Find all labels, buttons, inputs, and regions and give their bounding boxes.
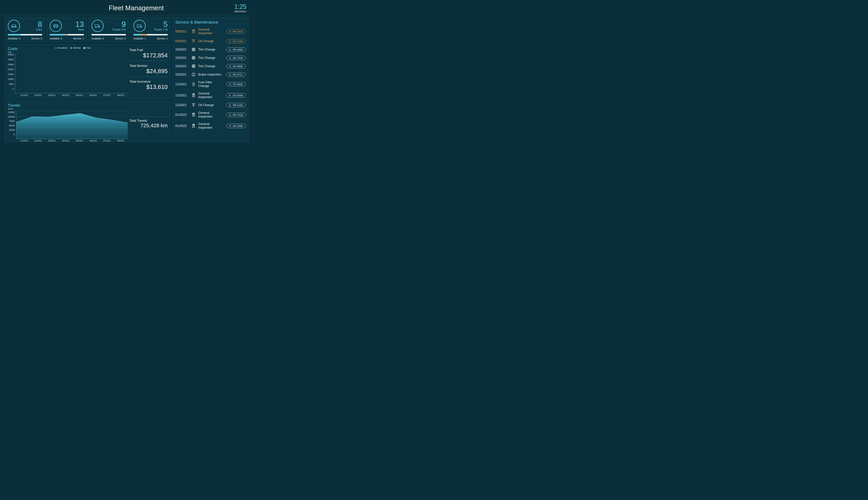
service-label: Tire Change — [198, 65, 224, 68]
service-label: Service: 0 — [31, 37, 42, 40]
service-row[interactable]: 01/2022General InspectionS : AK 5050 — [175, 122, 245, 129]
svg-line-33 — [192, 57, 193, 57]
vehicle-badge[interactable]: S : PE 0711 — [226, 72, 245, 77]
vehicle-badge[interactable]: S : AK 5050 — [226, 124, 245, 128]
svg-line-44 — [194, 67, 195, 67]
fleet-card-trucks-small[interactable]: 9 Trucks 3.5t Available: 0 Service: 0 — [89, 17, 129, 42]
service-label: Brake Inspection — [198, 73, 224, 76]
travels-panel: Travels in km 12500010000075000500002500… — [5, 101, 171, 143]
tire-icon — [191, 56, 196, 60]
service-date: 10/2021 — [175, 56, 189, 60]
svg-line-43 — [192, 65, 193, 66]
service-date: 09/2021 — [175, 30, 189, 33]
truck-icon — [134, 20, 146, 32]
svg-point-6 — [57, 27, 57, 27]
fleet-count: 13 — [65, 21, 84, 28]
vehicle-badge[interactable]: S : EO 0182 — [226, 39, 245, 43]
service-label: Service: 1 — [73, 37, 84, 40]
availability-bar — [91, 34, 126, 35]
svg-line-45 — [194, 65, 195, 66]
service-date: 10/2021 — [175, 48, 189, 52]
total-insurance-label: Total Insurance — [129, 80, 168, 83]
clipboard-icon — [191, 124, 196, 128]
service-label: Tire Change — [198, 56, 224, 60]
vehicle-badge[interactable]: S : PB 0182 — [226, 103, 245, 107]
fleet-card-vans[interactable]: 13 Vans Available: 6 Service: 1 — [47, 17, 87, 42]
service-label: General Inspection — [198, 111, 224, 118]
svg-point-28 — [193, 57, 194, 58]
tire-icon — [191, 64, 196, 68]
fleet-card-cars[interactable]: 8 Cars Available: 3 Service: 0 — [5, 17, 45, 42]
clipboard-icon — [191, 29, 196, 34]
svg-point-38 — [193, 66, 194, 67]
vehicle-badge[interactable]: S : PB 4605 — [226, 47, 245, 52]
total-fuel-value: $172,854 — [129, 52, 168, 59]
service-date: 09/2021 — [175, 39, 189, 43]
service-row[interactable]: 10/2021Brake InspectionS : PE 0711 — [175, 72, 245, 77]
service-row[interactable]: 09/2021General InspectionS : PB 2016 — [175, 28, 245, 35]
travels-subtitle: in km — [8, 107, 128, 110]
svg-line-24 — [194, 50, 195, 51]
costs-chart: 35000300002500020000150001000050000 — [8, 54, 128, 93]
service-row[interactable]: 10/2021Tire ChangeS : PB 4605 — [175, 47, 245, 52]
vehicle-badge[interactable]: S : PE 7018 — [226, 113, 245, 117]
travels-title: Travels — [8, 103, 128, 107]
svg-rect-7 — [95, 24, 98, 27]
svg-point-11 — [138, 27, 138, 27]
service-row[interactable]: 01/2022General InspectionS : PE 7018 — [175, 111, 245, 118]
fleet-card-trucks-large[interactable]: 5 Trucks 7.5t Available: 1 Service: 1 — [130, 17, 171, 42]
clock: 1:25 09/22/2021 — [235, 3, 247, 13]
vehicle-badge[interactable]: S : EO 5050 — [226, 93, 245, 98]
total-insurance-value: $13,610 — [129, 83, 168, 90]
vehicle-badge[interactable]: S : TH 4605 — [226, 82, 245, 87]
legend-service: Service — [70, 46, 81, 49]
total-fuel-label: Total Fuel — [129, 48, 168, 52]
service-date: 10/2021 — [175, 73, 189, 76]
fleet-label: Vans — [65, 28, 84, 31]
availability-bar — [134, 34, 168, 35]
total-travels-label: Total Travels — [129, 119, 168, 123]
funnel-icon — [191, 39, 196, 43]
vehicle-badge[interactable]: S : PB 2016 — [226, 29, 245, 34]
service-date: 01/2022 — [175, 124, 189, 128]
costs-title: Costs — [8, 46, 18, 51]
fleet-label: Trucks 7.5t — [148, 28, 168, 31]
service-row[interactable]: 11/2021Fuel Filter ChangeS : TH 4605 — [175, 81, 245, 88]
service-row[interactable]: 12/2021General InspectionS : EO 5050 — [175, 92, 245, 99]
van-icon — [50, 20, 62, 32]
travels-totals: Total Travels 725,428 km — [129, 103, 168, 142]
svg-line-35 — [194, 57, 195, 57]
fleet-count: 9 — [106, 21, 126, 28]
funnel-icon — [191, 103, 196, 107]
service-label: Fuel Filter Change — [198, 81, 224, 88]
vehicle-badge[interactable]: S : AK 7018 — [226, 56, 245, 60]
service-row[interactable]: 09/2021Oil ChangeS : EO 0182 — [175, 39, 245, 43]
legend-insurance: Insurance — [55, 46, 68, 49]
total-service-label: Total Service — [129, 64, 168, 68]
service-row[interactable]: 10/2021Tire ChangeS : AK 9960 — [175, 64, 245, 68]
available-label: Available: 0 — [91, 37, 104, 40]
header: Fleet Management 1:25 09/22/2021 — [0, 0, 253, 15]
available-label: Available: 3 — [8, 37, 20, 40]
svg-point-9 — [99, 27, 100, 27]
service-row[interactable]: 12/2021Oil ChangeS : PB 0182 — [175, 103, 245, 107]
service-panel: Service & Maintenance 09/2021General Ins… — [172, 17, 249, 143]
service-label: General Inspection — [198, 92, 224, 99]
service-label: Service: 1 — [157, 37, 168, 40]
svg-line-26 — [192, 50, 193, 51]
service-label: General Inspection — [198, 28, 224, 35]
service-row[interactable]: 10/2021Tire ChangeS : AK 7018 — [175, 56, 245, 60]
brake-icon — [191, 72, 196, 77]
service-date: 01/2022 — [175, 113, 189, 117]
travels-chart: 1250001000007500050000250000 — [8, 111, 128, 139]
svg-point-49 — [193, 75, 194, 76]
costs-legend: Insurance Service Fuel — [18, 46, 128, 49]
svg-point-18 — [193, 49, 194, 50]
legend-fuel: Fuel — [83, 46, 90, 49]
svg-point-12 — [140, 27, 141, 27]
clipboard-icon — [191, 93, 196, 98]
svg-line-23 — [192, 48, 193, 49]
costs-subtitle: in $ — [8, 51, 18, 54]
fleet-label: Trucks 3.5t — [106, 28, 126, 31]
vehicle-badge[interactable]: S : AK 9960 — [226, 64, 245, 68]
